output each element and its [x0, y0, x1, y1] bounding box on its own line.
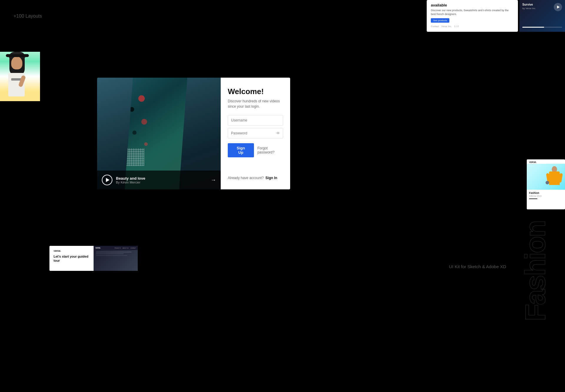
main-login-card: Beauty and love By Kévin Mercier → Welco…	[97, 78, 290, 189]
face	[11, 56, 22, 69]
welcome-subtitle: Discover hundreds of new videos since yo…	[228, 99, 283, 109]
nav-projects: PROJECTS	[114, 247, 121, 249]
product-snippet-text: Discover our new products, Sweatshirts a…	[431, 9, 514, 16]
see-products-button[interactable]: See products	[431, 18, 449, 23]
pattern-dot-4	[141, 119, 147, 125]
next-arrow-icon[interactable]: →	[211, 177, 216, 183]
shirt-design	[11, 78, 21, 81]
login-panel: Welcome! Discover hundreds of new videos…	[221, 78, 290, 189]
pattern-dot-1	[127, 86, 132, 92]
username-input[interactable]	[228, 115, 283, 126]
footer-brand-label: Verse Inc.	[441, 25, 452, 28]
card-image-panel: Beauty and love By Kévin Mercier →	[97, 78, 221, 189]
fashion-snippet-card: VERSE. Fashion Killbrow 2019	[527, 159, 565, 209]
pattern-dot-6	[144, 142, 148, 146]
product-snippet-card: available Discover our new products, Swe…	[427, 0, 518, 32]
welcome-title: Welcome!	[228, 87, 283, 96]
guided-tour-image-panel: VERSE. PROJECTS ABOUT US CONTACT	[94, 246, 138, 271]
video-card-subtitle: By Kévin Mercier	[116, 181, 207, 184]
ui-kit-label: UI Kit for Sketch & Adobe XD	[449, 264, 506, 269]
password-input[interactable]	[228, 128, 283, 139]
signup-button[interactable]: Sign Up	[228, 143, 254, 157]
hat-brim	[6, 54, 29, 57]
footer-contact-label: Contact	[431, 25, 439, 28]
video-info: Beauty and love By Kévin Mercier	[116, 176, 207, 184]
fashion-vertical-container: Fashion	[505, 232, 565, 310]
signin-row: Already have account? Sign In	[228, 176, 283, 180]
video-card-title: Beauty and love	[116, 176, 207, 181]
guided-tour-card: VERSE. Let's start your guided tour VERS…	[49, 246, 138, 271]
signin-link[interactable]: Sign In	[265, 176, 277, 180]
guided-tour-text-panel: VERSE. Let's start your guided tour	[49, 246, 94, 271]
fashion-figure-item	[546, 181, 549, 184]
show-password-icon[interactable]: 👁	[276, 131, 280, 136]
video-snippet-card: Survive by Verse Inc.	[519, 0, 565, 32]
fashion-brand-label: VERSE.	[527, 159, 565, 164]
fashion-divider	[529, 198, 537, 199]
nav-bar: VERSE. PROJECTS ABOUT US CONTACT	[94, 246, 138, 250]
footer-nav-label: 1 / 2	[454, 25, 459, 28]
top-layouts-label: +100 Layouts	[14, 14, 42, 19]
video-play-icon[interactable]	[554, 3, 562, 11]
fashion-sub: Killbrow 2019	[527, 195, 565, 197]
form-actions: Sign Up Forgot password?	[228, 143, 283, 157]
nav-contact: CONTACT	[130, 247, 136, 249]
card-bottom-bar: Beauty and love By Kévin Mercier →	[97, 171, 221, 189]
fashion-snippet-image	[527, 164, 565, 190]
password-field-wrap: 👁	[228, 128, 283, 139]
pattern-dot-3	[129, 107, 134, 112]
nav-about: ABOUT US	[123, 247, 129, 249]
fashion-figure-coat	[549, 171, 560, 185]
pattern-dot-5	[132, 131, 137, 135]
fashion-figure	[548, 166, 561, 190]
forgot-password-link[interactable]: Forgot password?	[257, 146, 283, 154]
pattern-dot-2	[138, 95, 145, 102]
play-button[interactable]	[102, 175, 112, 185]
already-have-account-text: Already have account?	[228, 176, 264, 180]
left-fashion-photo	[0, 52, 40, 101]
fashion-vertical-text: Fashion	[521, 221, 549, 321]
content-lines	[96, 252, 135, 257]
video-progress-bar	[522, 27, 562, 28]
video-progress-fill	[522, 27, 544, 28]
product-snippet-title: available	[431, 3, 514, 7]
video-brand: by Verse Inc.	[522, 7, 536, 10]
guided-tour-title: Let's start your guided tour	[54, 254, 89, 263]
nav-brand: VERSE.	[95, 247, 101, 249]
product-snippet-footer: Contact Verse Inc. 1 / 2	[431, 25, 514, 28]
fabric-texture	[121, 148, 144, 166]
guided-tour-brand: VERSE.	[54, 250, 89, 252]
video-title: Survive	[522, 3, 533, 6]
fashion-title: Fashion	[527, 190, 565, 195]
